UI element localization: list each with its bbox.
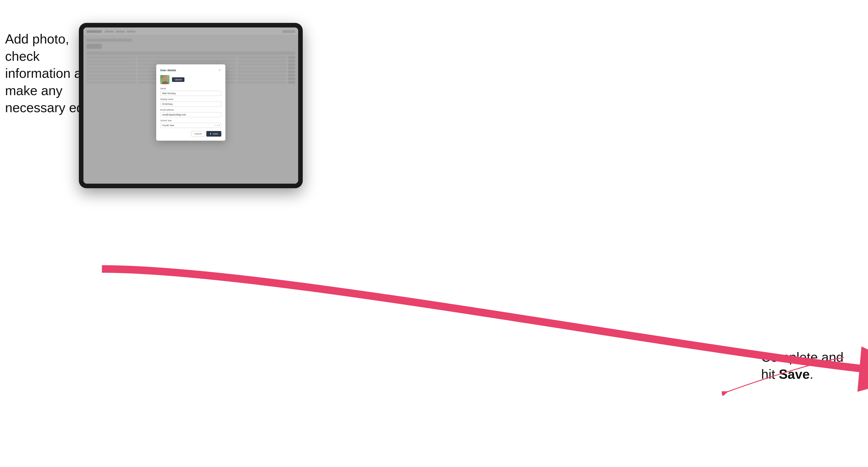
user-photo-thumbnail — [160, 75, 169, 84]
modal-close-button[interactable]: × — [218, 68, 221, 72]
chevron-down-icon: ▲▼ — [216, 124, 220, 126]
modal-footer: Cancel ⬆ Save — [160, 131, 221, 136]
select-icons: × ▲▼ — [214, 124, 220, 127]
save-icon: ⬆ — [210, 132, 212, 135]
modal-header: User details × — [160, 68, 221, 72]
email-label: Email address — [160, 108, 221, 111]
user-details-modal: User details × Upload Name — [156, 64, 225, 141]
upload-photo-button[interactable]: Upload — [172, 77, 184, 82]
display-name-input[interactable] — [160, 101, 221, 106]
school-year-select[interactable]: First Year Second Year Third Year Fourth… — [160, 123, 221, 128]
display-name-label: Display name — [160, 98, 221, 100]
right-annotation: Complete and hit Save. — [761, 349, 853, 383]
cancel-button[interactable]: Cancel — [191, 131, 205, 136]
email-field-group: Email address — [160, 108, 221, 117]
select-clear-icon[interactable]: × — [214, 124, 216, 127]
app-background: User details × Upload Name — [84, 28, 298, 184]
name-input[interactable] — [160, 91, 221, 96]
school-year-label: School Year — [160, 119, 221, 122]
email-input[interactable] — [160, 112, 221, 117]
school-year-field-group: School Year First Year Second Year Third… — [160, 119, 221, 128]
tablet-screen: User details × Upload Name — [84, 28, 298, 184]
tablet-frame: User details × Upload Name — [79, 23, 303, 188]
name-label: Name — [160, 87, 221, 90]
school-year-select-wrapper: First Year Second Year Third Year Fourth… — [160, 123, 221, 128]
save-button[interactable]: ⬆ Save — [206, 131, 221, 136]
display-name-field-group: Display name — [160, 98, 221, 106]
name-field-group: Name — [160, 87, 221, 96]
photo-area: Upload — [160, 75, 221, 84]
photo-person-body — [162, 81, 168, 84]
modal-title: User details — [160, 69, 176, 72]
photo-person-head — [162, 76, 167, 81]
